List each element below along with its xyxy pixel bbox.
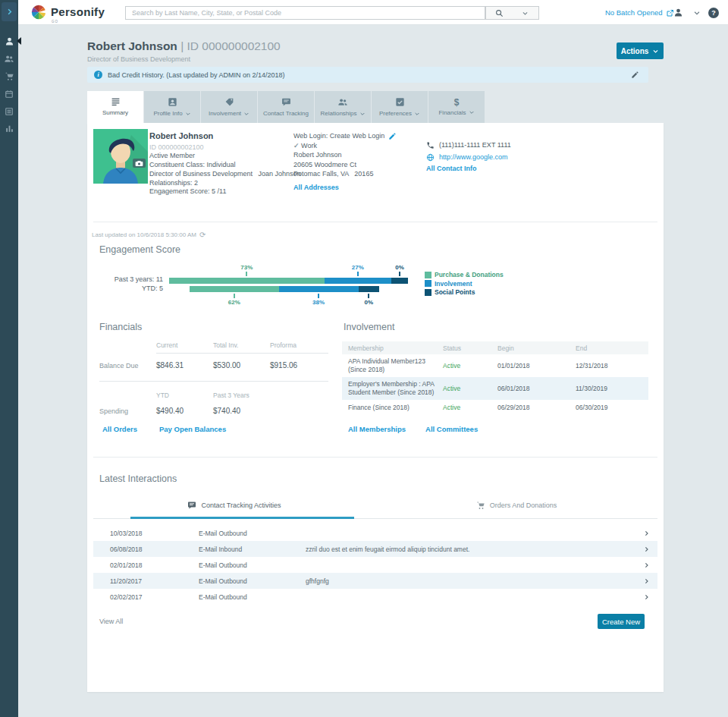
refresh-icon[interactable]: ⟳: [199, 231, 206, 239]
search-options-button[interactable]: [512, 6, 539, 20]
balance-proforma: $915.06: [270, 361, 297, 370]
web-login-label: Web Login: Create Web Login: [293, 132, 384, 141]
engagement-segment: [190, 286, 279, 292]
create-new-button[interactable]: Create New: [598, 614, 645, 629]
job-title: Director of Business Development: [149, 170, 253, 178]
tab-contact-tracking-activities[interactable]: Contact Tracking Activities: [93, 501, 375, 510]
chevron-right-icon[interactable]: [643, 530, 650, 536]
sidebar-item-calendar[interactable]: [0, 85, 18, 102]
cart-icon: [476, 501, 485, 510]
interactions-list: 10/03/2018 E-Mail Outbound 06/08/2018 E-…: [93, 525, 657, 605]
fin-col-header: Past 3 Years: [213, 392, 249, 399]
tab-preferences[interactable]: Preferences: [372, 91, 428, 123]
sidebar-item-relationships[interactable]: [0, 50, 18, 68]
tab-profile-info[interactable]: Profile Info: [144, 91, 200, 123]
engagement-tick: [368, 294, 369, 298]
chevron-down-icon: [359, 111, 366, 117]
checkbox-icon: [395, 97, 405, 107]
all-memberships-link[interactable]: All Memberships: [348, 425, 406, 433]
search-button[interactable]: [485, 6, 513, 20]
engagement-tick: [399, 272, 400, 276]
all-orders-link[interactable]: All Orders: [102, 425, 137, 433]
people-icon: [337, 97, 348, 107]
change-photo-button[interactable]: [133, 159, 146, 168]
legend-item: Social Points: [425, 288, 504, 296]
col-header-begin: Begin: [497, 344, 514, 352]
membership-row[interactable]: Employer's Membership : APA Student Memb…: [342, 377, 648, 400]
address-street: 20605 Woodmere Ct: [293, 161, 397, 170]
actions-button[interactable]: Actions: [617, 42, 664, 59]
membership-row[interactable]: Finance (Since 2018) Active 06/29/2018 0…: [342, 400, 648, 415]
profile-tabs: Summary Profile Info Involvement Contact…: [87, 91, 485, 123]
website-link[interactable]: http://www.google.com: [439, 153, 508, 162]
membership-row[interactable]: APA Individual Member123 (Since 2018) Ac…: [342, 354, 648, 377]
person-icon: [5, 36, 14, 46]
sidebar-item-orders[interactable]: [0, 68, 18, 85]
pencil-icon[interactable]: [388, 132, 397, 140]
engagement-segment: [325, 278, 391, 284]
interaction-row[interactable]: 02/01/2018 E-Mail Outbound: [93, 557, 657, 573]
financials-heading: Financials: [99, 322, 142, 332]
tab-financials[interactable]: $ Financials: [428, 91, 485, 123]
engagement-segment: [279, 286, 359, 292]
tab-involvement[interactable]: Involvement: [201, 91, 257, 123]
col-header-membership: Membership: [348, 344, 438, 352]
batch-status-link[interactable]: No Batch Opened: [605, 0, 675, 25]
address-type: Work: [301, 142, 317, 149]
involvement-heading: Involvement: [344, 322, 394, 332]
legend-label: Involvement: [435, 280, 472, 288]
chevron-right-icon[interactable]: [643, 546, 650, 552]
bar-chart-icon: [5, 124, 14, 134]
engagement-tick: [357, 272, 359, 276]
status-badge: Active: [443, 362, 460, 370]
constituent-class: Constituent Class: Individual: [149, 161, 301, 170]
edit-alert-button[interactable]: [631, 71, 639, 79]
balance-due-label: Balance Due: [99, 362, 139, 370]
all-addresses-link[interactable]: All Addresses: [293, 184, 397, 193]
sidebar-item-analytics[interactable]: [0, 120, 18, 137]
interaction-row[interactable]: 11/20/2017 E-Mail Outbound gfhfgnfg: [93, 573, 657, 589]
tab-summary[interactable]: Summary: [87, 91, 143, 123]
left-sidebar: [0, 0, 18, 717]
job-line: Director of Business Development Joan Jo…: [149, 170, 301, 179]
help-button[interactable]: ?: [708, 0, 719, 25]
fin-col-header: Current: [156, 341, 177, 349]
divider: [93, 457, 657, 458]
tab-contact-tracking[interactable]: Contact Tracking: [258, 91, 314, 123]
legend-swatch: [425, 280, 431, 287]
user-menu-chevron[interactable]: [693, 0, 701, 25]
sidebar-item-reports[interactable]: [0, 102, 18, 120]
brand-logo[interactable]: Personify GO: [30, 4, 105, 20]
info-icon: i: [94, 71, 102, 79]
sidebar-item-constituents[interactable]: [0, 33, 18, 50]
all-committees-link[interactable]: All Committees: [425, 425, 478, 433]
interaction-row[interactable]: 02/02/2017 E-Mail Outbound: [93, 589, 657, 605]
interaction-row[interactable]: 06/08/2018 E-Mail Inbound zzril duo est …: [93, 541, 657, 557]
tab-relationships[interactable]: Relationships: [315, 91, 371, 123]
all-contact-info-link[interactable]: All Contact Info: [426, 165, 511, 174]
col-header-end: End: [576, 344, 587, 352]
search-input[interactable]: [125, 6, 485, 20]
engagement-tick: [234, 294, 235, 298]
chevron-right-icon[interactable]: [643, 561, 650, 568]
cart-icon: [5, 71, 14, 81]
summary-card: Robert Johnson ID 000000002100 Active Me…: [87, 123, 664, 692]
address-column: Web Login: Create Web Login ✓ Work Rober…: [293, 132, 397, 193]
involvement-table: Membership Status Begin End APA Individu…: [342, 341, 648, 415]
user-menu-button[interactable]: [673, 0, 683, 25]
chevron-down-icon: [243, 111, 249, 117]
camera-icon: [135, 160, 143, 166]
legend-item: Purchase & Donations: [425, 271, 504, 278]
chevron-right-icon[interactable]: [643, 593, 650, 600]
view-all-link[interactable]: View All: [99, 618, 123, 625]
engagement-segment: [359, 286, 380, 292]
chevron-right-icon[interactable]: [643, 577, 650, 584]
sidebar-expand-button[interactable]: [2, 2, 17, 21]
engagement-value-label: 62%: [228, 299, 240, 306]
interaction-row[interactable]: 10/03/2018 E-Mail Outbound: [93, 525, 657, 541]
page: { "topbar": { "brand": "Personify", "bra…: [0, 0, 728, 717]
tab-orders-and-donations[interactable]: Orders And Donations: [375, 501, 657, 510]
engagement-legend: Purchase & DonationsInvolvementSocial Po…: [425, 271, 504, 297]
pay-open-balances-link[interactable]: Pay Open Balances: [159, 425, 226, 433]
engagement-score-line: Engagement Score: 5 /11: [149, 187, 301, 197]
